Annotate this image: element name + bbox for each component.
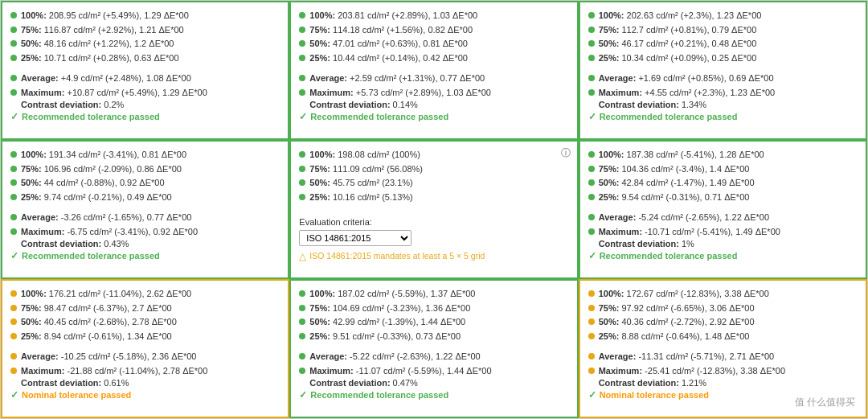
dot-1 xyxy=(588,27,595,33)
dot-2 xyxy=(299,40,305,47)
contrast-line: Contrast deviation: 1.34% xyxy=(599,100,858,109)
data-line-0: 100%: 176.21 cd/m² (-11.04%), 2.62 ΔE*00 xyxy=(10,287,280,301)
eval-label: Evaluation criteria: xyxy=(299,217,568,227)
pct-label-2: 50%: 45.75 cd/m² (23.1%) xyxy=(309,176,412,190)
average-value: Average: -5.24 cd/m² (-2.65%), 1.22 ΔE*0… xyxy=(599,211,769,224)
pct-label-2: 50%: 42.84 cd/m² (-1.47%), 1.49 ΔE*00 xyxy=(599,176,755,190)
pass-line: ✓Recommended tolerance passed xyxy=(10,111,280,122)
dot-0 xyxy=(588,151,595,158)
avg-dot xyxy=(299,353,305,359)
average-value: Average: -5.22 cd/m² (-2.63%), 1.22 ΔE*0… xyxy=(309,350,480,364)
cell-0-2: 100%: 202.63 cd/m² (+2.3%), 1.23 ΔE*0075… xyxy=(579,1,867,140)
data-line-1: 75%: 112.7 cd/m² (+0.81%), 0.79 ΔE*00 xyxy=(588,23,858,37)
pct-label-0: 100%: 203.81 cd/m² (+2.89%), 1.03 ΔE*00 xyxy=(309,9,477,23)
max-dot xyxy=(588,89,595,96)
dot-0 xyxy=(10,12,17,18)
cell-1-2: 100%: 187.38 cd/m² (-5.41%), 1.28 ΔE*007… xyxy=(579,140,867,279)
pct-label-1: 75%: 98.47 cd/m² (-6.37%), 2.7 ΔE*00 xyxy=(21,302,172,315)
data-line-2: 50%: 40.36 cd/m² (-2.72%), 2.92 ΔE*00 xyxy=(588,315,858,329)
dot-1 xyxy=(10,27,17,33)
avg-dot xyxy=(10,353,17,359)
dot-2 xyxy=(10,40,17,47)
data-line-0: 100%: 172.67 cd/m² (-12.83%), 3.38 ΔE*00 xyxy=(588,287,858,301)
checkmark-icon: ✓ xyxy=(299,111,307,122)
max-dot xyxy=(299,89,305,96)
avg-dot xyxy=(299,75,305,81)
cell-1-1: ⓘ100%: 198.08 cd/m² (100%)75%: 111.09 cd… xyxy=(289,140,578,279)
dot-0 xyxy=(10,151,17,158)
average-value: Average: +4.9 cd/m² (+2.48%), 1.08 ΔE*00 xyxy=(21,72,191,85)
maximum-value: Maximum: +4.55 cd/m² (+2.3%), 1.23 ΔE*00 xyxy=(599,86,776,100)
avg-dot xyxy=(588,353,595,359)
cell-0-0: 100%: 208.95 cd/m² (+5.49%), 1.29 ΔE*007… xyxy=(1,1,289,140)
max-dot xyxy=(588,228,595,235)
average-value: Average: -11.31 cd/m² (-5.71%), 2.71 ΔE*… xyxy=(599,350,775,364)
info-icon[interactable]: ⓘ xyxy=(561,146,571,160)
data-line-1: 75%: 98.47 cd/m² (-6.37%), 2.7 ΔE*00 xyxy=(10,302,280,315)
contrast-value: Contrast deviation: 1.21% xyxy=(599,378,706,388)
pct-label-3: 25%: 9.54 cd/m² (-0.31%), 0.71 ΔE*00 xyxy=(599,191,750,204)
dot-2 xyxy=(588,179,595,186)
dot-1 xyxy=(299,305,305,311)
contrast-line: Contrast deviation: 0.2% xyxy=(21,100,280,109)
checkmark-icon: ✓ xyxy=(10,389,18,401)
eval-criteria-select[interactable]: ISO 14861:2015 xyxy=(299,230,411,246)
data-line-2: 50%: 47.01 cd/m² (+0.63%), 0.81 ΔE*00 xyxy=(299,37,568,51)
max-dot xyxy=(10,228,17,235)
pct-label-2: 50%: 44 cd/m² (-0.88%), 0.92 ΔE*00 xyxy=(21,176,165,190)
pct-label-0: 100%: 202.63 cd/m² (+2.3%), 1.23 ΔE*00 xyxy=(599,9,762,23)
pct-label-3: 25%: 10.34 cd/m² (+0.09%), 0.25 ΔE*00 xyxy=(599,51,757,65)
pct-label-1: 75%: 104.69 cd/m² (-3.23%), 1.36 ΔE*00 xyxy=(309,302,470,315)
maximum-line: Maximum: +10.87 cd/m² (+5.49%), 1.29 ΔE*… xyxy=(10,86,280,100)
data-line-3: 25%: 10.44 cd/m² (+0.14%), 0.42 ΔE*00 xyxy=(299,51,568,65)
maximum-line: Maximum: -6.75 cd/m² (-3.41%), 0.92 ΔE*0… xyxy=(10,225,280,239)
data-line-2: 50%: 42.84 cd/m² (-1.47%), 1.49 ΔE*00 xyxy=(588,176,858,190)
dot-3 xyxy=(299,194,305,200)
dot-2 xyxy=(10,318,17,325)
warning-message: ISO 14861:2015 mandates at least a 5 × 5… xyxy=(309,251,485,261)
dot-1 xyxy=(10,305,17,311)
data-line-0: 100%: 208.95 cd/m² (+5.49%), 1.29 ΔE*00 xyxy=(10,9,280,23)
checkmark-icon: ✓ xyxy=(299,389,307,401)
dot-0 xyxy=(588,12,595,18)
data-line-1: 75%: 104.69 cd/m² (-3.23%), 1.36 ΔE*00 xyxy=(299,302,568,315)
maximum-line: Maximum: +5.73 cd/m² (+2.89%), 1.03 ΔE*0… xyxy=(299,86,568,100)
pct-label-2: 50%: 42.99 cd/m² (-1.39%), 1.44 ΔE*00 xyxy=(309,315,465,329)
pct-label-1: 75%: 116.87 cd/m² (+2.92%), 1.21 ΔE*00 xyxy=(21,23,184,37)
dot-0 xyxy=(588,290,595,297)
pct-label-1: 75%: 112.7 cd/m² (+0.81%), 0.79 ΔE*00 xyxy=(599,23,757,37)
data-line-2: 50%: 48.16 cd/m² (+1.22%), 1.2 ΔE*00 xyxy=(10,37,280,51)
contrast-line: Contrast deviation: 0.43% xyxy=(21,239,280,249)
pct-label-1: 75%: 111.09 cd/m² (56.08%) xyxy=(309,162,423,176)
pass-text: Nominal tolerance passed xyxy=(22,390,131,400)
maximum-line: Maximum: -21.88 cd/m² (-11.04%), 2.78 ΔE… xyxy=(10,364,280,378)
pct-label-2: 50%: 40.45 cd/m² (-2.68%), 2.78 ΔE*00 xyxy=(21,315,177,329)
contrast-value: Contrast deviation: 0.2% xyxy=(21,100,124,109)
pass-text: Nominal tolerance passed xyxy=(600,390,709,400)
pct-label-1: 75%: 104.36 cd/m² (-3.4%), 1.4 ΔE*00 xyxy=(599,162,750,176)
contrast-line: Contrast deviation: 0.61% xyxy=(21,378,280,388)
data-line-2: 50%: 45.75 cd/m² (23.1%) xyxy=(299,176,568,190)
pct-label-3: 25%: 9.74 cd/m² (-0.21%), 0.49 ΔE*00 xyxy=(21,191,172,204)
contrast-line: Contrast deviation: 1% xyxy=(599,239,858,249)
average-value: Average: +2.59 cd/m² (+1.31%), 0.77 ΔE*0… xyxy=(309,72,485,85)
pct-label-3: 25%: 8.94 cd/m² (-0.61%), 1.34 ΔE*00 xyxy=(21,330,172,343)
contrast-value: Contrast deviation: 0.61% xyxy=(21,378,129,388)
pass-text: Recommended tolerance passed xyxy=(22,251,160,261)
dot-3 xyxy=(10,194,17,200)
data-line-3: 25%: 10.71 cd/m² (+0.28%), 0.63 ΔE*00 xyxy=(10,51,280,65)
checkmark-icon: ✓ xyxy=(588,111,596,122)
pct-label-3: 25%: 8.88 cd/m² (-0.64%), 1.48 ΔE*00 xyxy=(599,330,750,343)
contrast-line: Contrast deviation: 0.47% xyxy=(309,378,568,388)
dot-2 xyxy=(299,318,305,325)
data-line-3: 25%: 9.74 cd/m² (-0.21%), 0.49 ΔE*00 xyxy=(10,191,280,204)
dot-3 xyxy=(588,55,595,61)
eval-section: Evaluation criteria:ISO 14861:2015△ISO 1… xyxy=(299,217,568,262)
maximum-line: Maximum: -25.41 cd/m² (-12.83%), 3.38 ΔE… xyxy=(588,364,858,378)
data-line-1: 75%: 106.96 cd/m² (-2.09%), 0.86 ΔE*00 xyxy=(10,162,280,176)
data-line-1: 75%: 97.92 cd/m² (-6.65%), 3.06 ΔE*00 xyxy=(588,302,858,315)
pass-text: Recommended tolerance passed xyxy=(310,112,448,121)
checkmark-icon: ✓ xyxy=(10,111,18,122)
dot-1 xyxy=(299,166,305,172)
data-line-2: 50%: 40.45 cd/m² (-2.68%), 2.78 ΔE*00 xyxy=(10,315,280,329)
